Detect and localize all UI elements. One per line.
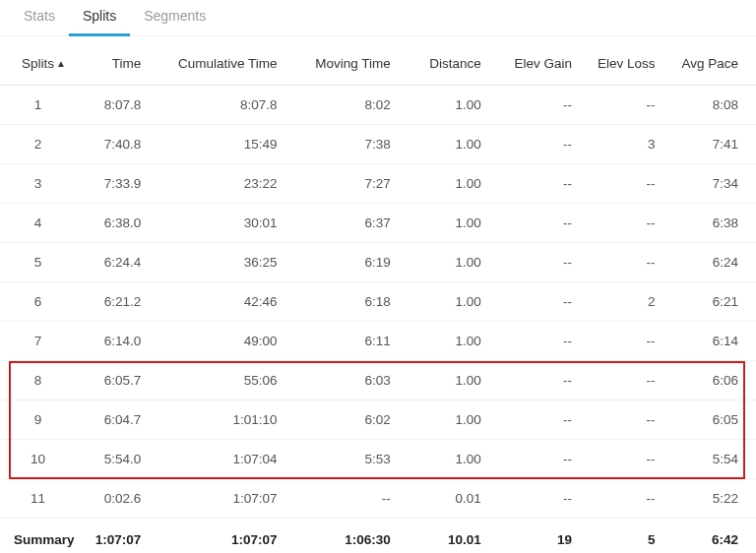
- cell-time: 6:24.4: [76, 243, 158, 282]
- table-row[interactable]: 76:14.049:006:111.00----6:14: [0, 322, 756, 361]
- cell-cumulative: 42:46: [158, 282, 294, 322]
- cell-loss: --: [590, 361, 672, 400]
- summary-distance: 10.01: [409, 519, 499, 554]
- cell-gain: --: [499, 361, 590, 400]
- cell-cumulative: 1:07:07: [158, 479, 294, 519]
- header-splits[interactable]: Splits▲: [0, 36, 76, 86]
- cell-split: 1: [0, 86, 76, 125]
- cell-split: 8: [0, 361, 76, 400]
- header-elev-loss[interactable]: Elev Loss: [590, 36, 672, 86]
- cell-cumulative: 55:06: [158, 361, 294, 400]
- cell-time: 6:04.7: [76, 400, 158, 440]
- table-row[interactable]: 46:38.030:016:371.00----6:38: [0, 204, 756, 243]
- cell-split: 11: [0, 479, 76, 519]
- cell-gain: --: [499, 440, 590, 479]
- header-distance[interactable]: Distance: [409, 36, 499, 86]
- cell-moving: 6:03: [295, 361, 409, 400]
- cell-cumulative: 15:49: [158, 125, 294, 164]
- cell-pace: 6:14: [672, 322, 756, 361]
- table-row[interactable]: 27:40.815:497:381.00--37:41: [0, 125, 756, 164]
- tab-stats[interactable]: Stats: [10, 0, 69, 36]
- cell-time: 6:21.2: [76, 282, 158, 322]
- cell-gain: --: [499, 243, 590, 282]
- cell-distance: 1.00: [409, 164, 499, 204]
- cell-split: 10: [0, 440, 76, 479]
- cell-pace: 6:24: [672, 243, 756, 282]
- cell-pace: 5:54: [672, 440, 756, 479]
- header-elev-gain[interactable]: Elev Gain: [499, 36, 590, 86]
- cell-time: 6:38.0: [76, 204, 158, 243]
- cell-gain: --: [499, 400, 590, 440]
- cell-pace: 8:08: [672, 86, 756, 125]
- cell-gain: --: [499, 322, 590, 361]
- cell-loss: --: [590, 243, 672, 282]
- cell-moving: 5:53: [295, 440, 409, 479]
- cell-loss: --: [590, 479, 672, 519]
- table-row[interactable]: 56:24.436:256:191.00----6:24: [0, 243, 756, 282]
- cell-split: 6: [0, 282, 76, 322]
- cell-moving: 7:38: [295, 125, 409, 164]
- table-row[interactable]: 110:02.61:07:07--0.01----5:22: [0, 479, 756, 519]
- cell-pace: 6:21: [672, 282, 756, 322]
- cell-moving: 6:37: [295, 204, 409, 243]
- cell-cumulative: 23:22: [158, 164, 294, 204]
- cell-split: 5: [0, 243, 76, 282]
- cell-loss: --: [590, 86, 672, 125]
- cell-gain: --: [499, 479, 590, 519]
- cell-distance: 1.00: [409, 282, 499, 322]
- cell-split: 4: [0, 204, 76, 243]
- sort-asc-icon: ▲: [56, 58, 66, 69]
- summary-pace: 6:42: [672, 519, 756, 554]
- cell-cumulative: 1:07:04: [158, 440, 294, 479]
- summary-cumulative: 1:07:07: [158, 519, 294, 554]
- cell-cumulative: 36:25: [158, 243, 294, 282]
- cell-moving: --: [295, 479, 409, 519]
- cell-gain: --: [499, 204, 590, 243]
- summary-time: 1:07:07: [76, 519, 158, 554]
- cell-gain: --: [499, 164, 590, 204]
- cell-moving: 6:02: [295, 400, 409, 440]
- header-avg-pace[interactable]: Avg Pace: [672, 36, 756, 86]
- splits-table-container: Splits▲ Time Cumulative Time Moving Time…: [0, 36, 756, 553]
- cell-loss: --: [590, 440, 672, 479]
- table-row[interactable]: 86:05.755:066:031.00----6:06: [0, 361, 756, 400]
- cell-moving: 6:19: [295, 243, 409, 282]
- cell-moving: 8:02: [295, 86, 409, 125]
- header-time[interactable]: Time: [76, 36, 158, 86]
- cell-split: 2: [0, 125, 76, 164]
- cell-loss: --: [590, 164, 672, 204]
- summary-loss: 5: [590, 519, 672, 554]
- cell-distance: 1.00: [409, 204, 499, 243]
- cell-time: 0:02.6: [76, 479, 158, 519]
- table-row[interactable]: 66:21.242:466:181.00--26:21: [0, 282, 756, 322]
- cell-distance: 1.00: [409, 243, 499, 282]
- header-cumulative-time[interactable]: Cumulative Time: [158, 36, 294, 86]
- cell-moving: 6:18: [295, 282, 409, 322]
- cell-distance: 1.00: [409, 86, 499, 125]
- cell-loss: 2: [590, 282, 672, 322]
- splits-table: Splits▲ Time Cumulative Time Moving Time…: [0, 36, 756, 553]
- cell-cumulative: 1:01:10: [158, 400, 294, 440]
- table-row[interactable]: 18:07.88:07.88:021.00----8:08: [0, 86, 756, 125]
- cell-loss: 3: [590, 125, 672, 164]
- table-row[interactable]: 105:54.01:07:045:531.00----5:54: [0, 440, 756, 479]
- cell-loss: --: [590, 322, 672, 361]
- cell-distance: 1.00: [409, 322, 499, 361]
- cell-loss: --: [590, 204, 672, 243]
- table-body: 18:07.88:07.88:021.00----8:0827:40.815:4…: [0, 86, 756, 554]
- cell-time: 6:14.0: [76, 322, 158, 361]
- cell-moving: 7:27: [295, 164, 409, 204]
- cell-loss: --: [590, 400, 672, 440]
- tab-segments[interactable]: Segments: [130, 0, 220, 36]
- cell-gain: --: [499, 282, 590, 322]
- header-moving-time[interactable]: Moving Time: [295, 36, 409, 86]
- cell-time: 6:05.7: [76, 361, 158, 400]
- tab-splits[interactable]: Splits: [69, 0, 130, 36]
- table-row[interactable]: 37:33.923:227:271.00----7:34: [0, 164, 756, 204]
- cell-gain: --: [499, 86, 590, 125]
- cell-moving: 6:11: [295, 322, 409, 361]
- tabs: Stats Splits Segments: [0, 0, 756, 36]
- cell-split: 9: [0, 400, 76, 440]
- cell-time: 7:40.8: [76, 125, 158, 164]
- table-row[interactable]: 96:04.71:01:106:021.00----6:05: [0, 400, 756, 440]
